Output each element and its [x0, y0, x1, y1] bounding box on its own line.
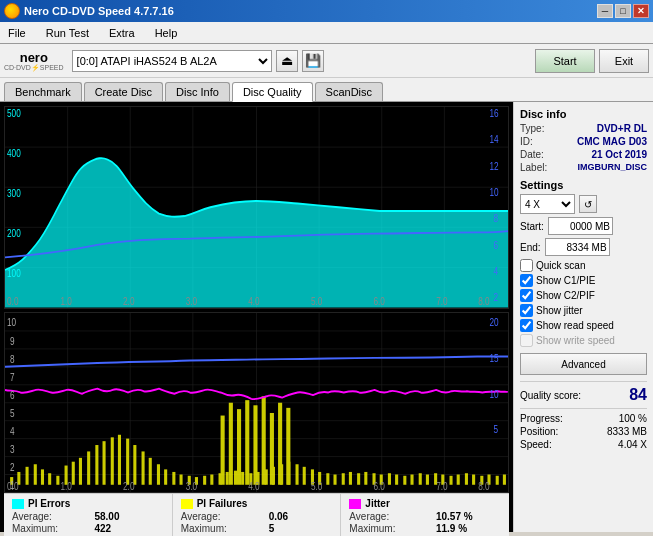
svg-text:14: 14 [490, 135, 499, 146]
jitter-avg-value: 10.57 % [436, 511, 501, 522]
svg-rect-57 [56, 475, 59, 484]
svg-text:300: 300 [7, 188, 21, 199]
date-value: 21 Oct 2019 [591, 149, 647, 160]
menu-run-test[interactable]: Run Test [42, 25, 93, 41]
show-jitter-label: Show jitter [536, 305, 583, 316]
svg-text:10: 10 [7, 317, 16, 328]
start-button[interactable]: Start [535, 49, 595, 73]
show-c1pie-label: Show C1/PIE [536, 275, 595, 286]
svg-rect-104 [349, 471, 352, 484]
svg-rect-106 [364, 471, 367, 484]
svg-rect-56 [48, 473, 51, 485]
svg-text:5: 5 [494, 424, 499, 435]
show-jitter-checkbox[interactable] [520, 304, 533, 317]
menu-help[interactable]: Help [151, 25, 182, 41]
svg-text:6: 6 [494, 240, 499, 251]
maximize-button[interactable]: □ [615, 4, 631, 18]
tab-disc-quality[interactable]: Disc Quality [232, 82, 313, 102]
start-mb-input[interactable] [548, 217, 613, 235]
svg-text:8: 8 [494, 214, 499, 225]
progress-label: Progress: [520, 413, 563, 424]
svg-text:10: 10 [490, 388, 499, 399]
show-c1pie-checkbox[interactable] [520, 274, 533, 287]
show-jitter-row: Show jitter [520, 304, 647, 317]
show-write-speed-checkbox[interactable] [520, 334, 533, 347]
jitter-avg-label: Average: [349, 511, 430, 522]
svg-rect-73 [180, 474, 183, 484]
toolbar: nero CD·DVD⚡SPEED [0:0] ATAPI iHAS524 B … [0, 44, 653, 78]
save-icon[interactable]: 💾 [302, 50, 324, 72]
svg-rect-103 [342, 473, 345, 485]
svg-text:12: 12 [490, 161, 499, 172]
show-read-speed-label: Show read speed [536, 320, 614, 331]
eject-icon[interactable]: ⏏ [276, 50, 298, 72]
tab-benchmark[interactable]: Benchmark [4, 82, 82, 101]
menu-file[interactable]: File [4, 25, 30, 41]
svg-rect-66 [126, 438, 129, 484]
svg-text:2.0: 2.0 [123, 481, 134, 492]
svg-rect-109 [388, 473, 391, 485]
nero-logo: nero CD·DVD⚡SPEED [4, 51, 64, 71]
svg-text:8.0: 8.0 [478, 481, 489, 492]
date-label: Date: [520, 149, 544, 160]
svg-rect-67 [133, 445, 136, 485]
close-button[interactable]: ✕ [633, 4, 649, 18]
info-panel: Disc info Type: DVD+R DL ID: CMC MAG D03… [513, 102, 653, 532]
jitter-section: Jitter Average: 10.57 % Maximum: 11.9 % … [341, 494, 509, 536]
svg-text:6.0: 6.0 [374, 481, 385, 492]
svg-rect-89 [303, 466, 306, 484]
svg-rect-62 [95, 445, 98, 485]
jitter-max-label: Maximum: [349, 523, 430, 534]
quality-section: Quality score: 84 [520, 381, 647, 404]
menu-extra[interactable]: Extra [105, 25, 139, 41]
svg-rect-88 [296, 464, 299, 485]
svg-rect-77 [210, 474, 213, 484]
svg-rect-79 [226, 471, 229, 484]
svg-text:8: 8 [10, 354, 15, 365]
tab-disc-info[interactable]: Disc Info [165, 82, 230, 101]
quick-scan-row: Quick scan [520, 259, 647, 272]
jitter-label: Jitter [365, 498, 389, 509]
svg-text:3.0: 3.0 [186, 296, 197, 307]
svg-text:200: 200 [7, 229, 21, 240]
end-row: End: [520, 238, 647, 256]
advanced-button[interactable]: Advanced [520, 353, 647, 375]
quick-scan-checkbox[interactable] [520, 259, 533, 272]
disc-info-section: Disc info Type: DVD+R DL ID: CMC MAG D03… [520, 108, 647, 173]
pi-failures-legend [181, 499, 193, 509]
svg-rect-100 [286, 407, 290, 484]
quality-score: 84 [629, 386, 647, 404]
tab-scan-disc[interactable]: ScanDisc [315, 82, 383, 101]
speed-value: 4.04 X [618, 439, 647, 450]
position-label: Position: [520, 426, 558, 437]
menu-bar: File Run Test Extra Help [0, 22, 653, 44]
show-c2pif-checkbox[interactable] [520, 289, 533, 302]
pi-failures-max-value: 5 [269, 523, 333, 534]
pi-errors-max-label: Maximum: [12, 523, 88, 534]
exit-button[interactable]: Exit [599, 49, 649, 73]
svg-text:4.0: 4.0 [248, 296, 259, 307]
title-bar: Nero CD-DVD Speed 4.7.7.16 ─ □ ✕ [0, 0, 653, 22]
pif-chart: 10 9 8 7 6 5 4 3 2 1 20 15 10 5 0.0 1.0 [5, 313, 508, 492]
svg-rect-110 [395, 474, 398, 484]
id-value: CMC MAG D03 [577, 136, 647, 147]
end-mb-input[interactable] [545, 238, 610, 256]
svg-rect-96 [253, 405, 257, 484]
minimize-button[interactable]: ─ [597, 4, 613, 18]
drive-select[interactable]: [0:0] ATAPI iHAS524 B AL2A [72, 50, 272, 72]
show-read-speed-checkbox[interactable] [520, 319, 533, 332]
svg-text:9: 9 [10, 336, 15, 347]
tab-create-disc[interactable]: Create Disc [84, 82, 163, 101]
svg-text:4: 4 [494, 266, 499, 277]
refresh-icon[interactable]: ↺ [579, 195, 597, 213]
speed-select[interactable]: 4 X [520, 194, 575, 214]
svg-text:5: 5 [10, 408, 15, 419]
id-label: ID: [520, 136, 533, 147]
show-write-speed-label: Show write speed [536, 335, 615, 346]
svg-rect-112 [410, 474, 413, 484]
speed-row: 4 X ↺ [520, 194, 647, 214]
svg-rect-99 [278, 402, 282, 484]
svg-rect-68 [142, 451, 145, 484]
svg-rect-61 [87, 451, 90, 484]
svg-text:3: 3 [10, 443, 15, 454]
